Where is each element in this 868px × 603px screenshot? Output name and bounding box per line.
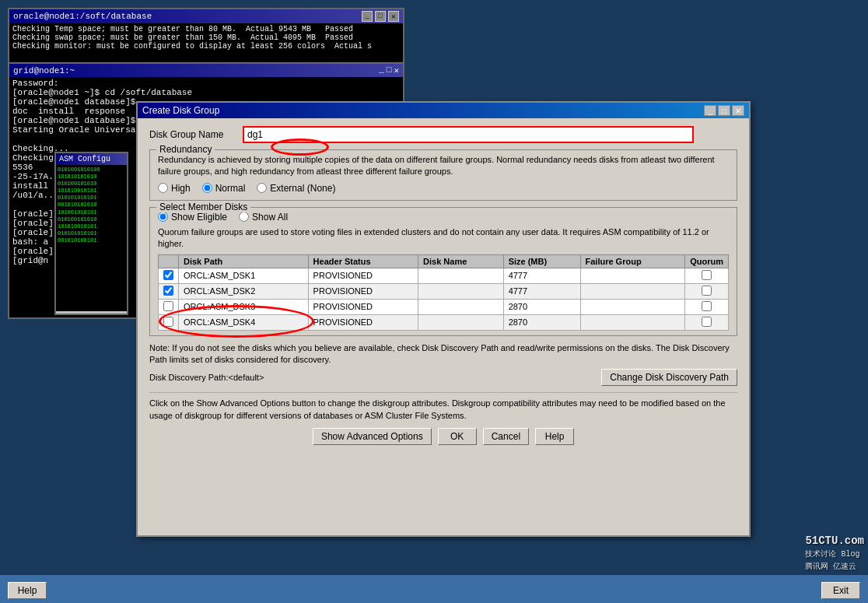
asm-config-title: ASM Configu (59, 155, 110, 163)
dialog-close-button[interactable]: ✕ (732, 105, 744, 116)
table-row: ORCL:ASM_DSK2 PROVISIONED 4777 (159, 283, 729, 299)
row1-header-status: PROVISIONED (308, 268, 418, 283)
terminal-line: Checking Temp space; must be greater tha… (12, 25, 400, 33)
row3-size: 2870 (503, 299, 580, 314)
row1-quorum[interactable] (685, 268, 729, 283)
col-failure-group: Failure Group (580, 254, 685, 268)
disk-table: Disk Path Header Status Disk Name Size (… (158, 254, 729, 331)
table-row: ORCL:ASM_DSK3 PROVISIONED 2870 (159, 299, 729, 314)
redundancy-legend: Redundancy (156, 144, 215, 155)
redundancy-external-radio[interactable] (257, 183, 267, 193)
row1-disk-name (418, 268, 504, 283)
row3-header-status: PROVISIONED (308, 299, 418, 314)
dialog-titlebar: Create Disk Group _ □ ✕ (138, 103, 749, 118)
col-check (159, 254, 179, 268)
redundancy-high-label: High (171, 183, 191, 194)
row4-quorum[interactable] (685, 314, 729, 330)
table-row: ORCL:ASM_DSK1 PROVISIONED 4777 (159, 268, 729, 283)
row2-quorum[interactable] (685, 283, 729, 299)
dialog-maximize-button[interactable]: □ (718, 105, 730, 116)
terminal-oracle: oracle@node1:/soft/database _ □ ✕ Checki… (8, 8, 404, 66)
row3-quorum-checkbox[interactable] (702, 301, 712, 311)
show-eligible-option[interactable]: Show Eligible (158, 212, 227, 223)
maximize-button[interactable]: □ (387, 65, 392, 75)
row3-check[interactable] (159, 299, 179, 314)
row4-quorum-checkbox[interactable] (702, 317, 712, 327)
terminal-oracle-title: oracle@node1:/soft/database (13, 12, 152, 21)
show-all-label: Show All (252, 212, 288, 223)
row2-check[interactable] (159, 283, 179, 299)
row2-checkbox[interactable] (163, 286, 173, 296)
show-eligible-row: Show Eligible Show All (158, 212, 729, 223)
row1-quorum-checkbox[interactable] (702, 270, 712, 280)
redundancy-high-option[interactable]: High (158, 183, 191, 194)
watermark: 51CTU.com技术讨论 Blog腾讯网 亿速云 (805, 535, 864, 572)
terminal-grid-controls: _ □ ✕ (379, 65, 399, 75)
show-eligible-label: Show Eligible (171, 212, 227, 223)
exit-button[interactable]: Exit (821, 582, 860, 599)
row3-quorum[interactable] (685, 299, 729, 314)
show-all-radio[interactable] (239, 212, 249, 222)
show-advanced-options-button[interactable]: Show Advanced Options (313, 428, 432, 445)
disk-group-name-input[interactable] (243, 126, 694, 143)
discovery-row: Disk Discovery Path:<default> Change Dis… (149, 369, 737, 386)
close-button[interactable]: ✕ (394, 65, 399, 75)
col-size: Size (MB) (503, 254, 580, 268)
row4-checkbox[interactable] (163, 317, 173, 327)
row1-failure-group (580, 268, 685, 283)
redundancy-external-label: External (None) (270, 183, 335, 194)
help-button[interactable]: Help (535, 428, 574, 445)
table-row: ORCL:ASM_DSK4 PROVISIONED 2870 (159, 314, 729, 330)
row3-failure-group (580, 299, 685, 314)
minimize-button[interactable]: _ (362, 11, 373, 22)
redundancy-external-option[interactable]: External (None) (257, 183, 335, 194)
row1-check[interactable] (159, 268, 179, 283)
row1-size: 4777 (503, 268, 580, 283)
dialog-minimize-button[interactable]: _ (704, 105, 716, 116)
redundancy-description: Redundancy is achieved by storing multip… (158, 154, 729, 178)
dialog-controls: _ □ ✕ (704, 105, 744, 116)
close-button[interactable]: ✕ (388, 11, 399, 22)
asm-config-body: 0101001010100101010101010010100101010101… (56, 165, 127, 311)
show-all-option[interactable]: Show All (239, 212, 288, 223)
bottom-bar: Help Exit (0, 575, 868, 603)
row4-failure-group (580, 314, 685, 330)
redundancy-normal-radio[interactable] (202, 183, 212, 193)
redundancy-high-radio[interactable] (158, 183, 168, 193)
col-disk-path: Disk Path (179, 254, 309, 268)
row3-disk-name (418, 299, 504, 314)
note-text: Note: If you do not see the disks which … (149, 342, 737, 366)
redundancy-normal-option[interactable]: Normal (202, 183, 246, 194)
redundancy-section: Redundancy Redundancy is achieved by sto… (149, 149, 737, 201)
show-eligible-radio[interactable] (158, 212, 168, 222)
terminal-grid-title: grid@node1:~ (13, 66, 75, 75)
cancel-button[interactable]: Cancel (483, 428, 529, 445)
maximize-button[interactable]: □ (375, 11, 386, 22)
terminal-grid-titlebar: grid@node1:~ _ □ ✕ (9, 64, 403, 77)
col-header-status: Header Status (308, 254, 418, 268)
terminal-line: Checking swap space; must be greater tha… (12, 33, 400, 42)
redundancy-normal-label: Normal (215, 183, 246, 194)
row2-quorum-checkbox[interactable] (702, 286, 712, 296)
row1-checkbox[interactable] (163, 270, 173, 280)
row2-size: 4777 (503, 283, 580, 299)
info-text: Click on the Show Advanced Options butto… (149, 392, 737, 422)
disk-group-name-row: Disk Group Name (149, 126, 737, 143)
quorum-text: Quorum failure groups are used to store … (158, 226, 729, 251)
dialog-button-row: Show Advanced Options OK Cancel Help (149, 428, 737, 445)
minimize-button[interactable]: _ (379, 65, 384, 75)
select-member-disks-section: Select Member Disks Show Eligible Show A… (149, 207, 737, 336)
ok-button[interactable]: OK (438, 428, 477, 445)
select-member-disks-legend: Select Member Disks (156, 202, 250, 212)
terminal-line: Checking monitor: must be configured to … (12, 42, 400, 51)
row3-disk-path: ORCL:ASM_DSK3 (179, 299, 309, 314)
row4-size: 2870 (503, 314, 580, 330)
row3-checkbox[interactable] (163, 301, 173, 311)
row4-disk-path: ORCL:ASM_DSK4 (179, 314, 309, 330)
change-discovery-button[interactable]: Change Disk Discovery Path (601, 369, 737, 386)
discovery-path-label: Disk Discovery Path:<default> (149, 373, 264, 382)
row4-check[interactable] (159, 314, 179, 330)
create-disk-group-dialog: Create Disk Group _ □ ✕ Disk Group Name … (136, 101, 751, 537)
bottom-help-button[interactable]: Help (8, 582, 47, 599)
row2-header-status: PROVISIONED (308, 283, 418, 299)
